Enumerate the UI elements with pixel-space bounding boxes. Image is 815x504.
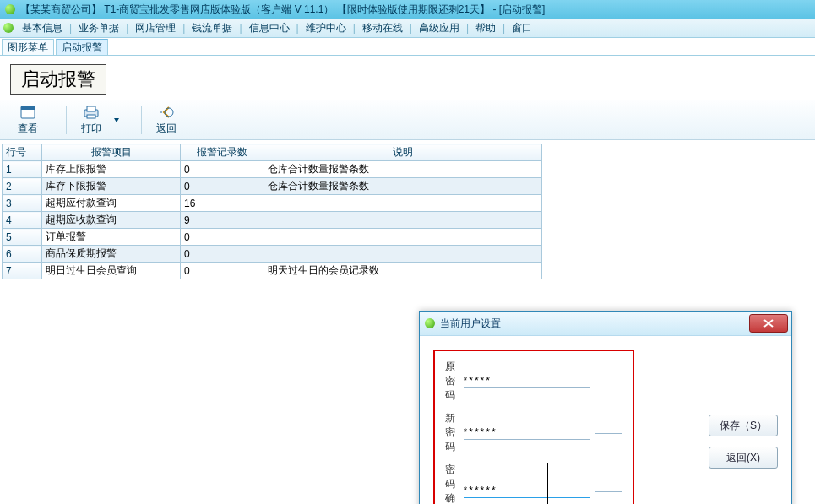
table-row[interactable]: 1库存上限报警0仓库合计数量报警条数 bbox=[3, 161, 542, 178]
cell-count[interactable]: 0 bbox=[181, 263, 264, 279]
table-row[interactable]: 3超期应付款查询16 bbox=[3, 195, 542, 212]
print-dropdown-arrow[interactable] bbox=[114, 118, 119, 122]
view-button[interactable]: 查看 bbox=[8, 103, 47, 137]
dialog-title: 当前用户设置 bbox=[440, 317, 501, 331]
cell-count[interactable]: 0 bbox=[181, 178, 264, 195]
password-form: 原密码 新密码 密码确认 bbox=[433, 350, 634, 504]
menu-cash[interactable]: 钱流单据 bbox=[188, 21, 236, 35]
table-row[interactable]: 7明日过生日会员查询0明天过生日的会员记录数 bbox=[3, 263, 542, 279]
toolbar: 查看 打印 返回 bbox=[0, 100, 815, 140]
menu-help[interactable]: 帮助 bbox=[472, 21, 499, 35]
cell-item[interactable]: 商品保质期报警 bbox=[42, 246, 181, 263]
cell-item[interactable]: 订单报警 bbox=[42, 229, 181, 246]
view-icon bbox=[19, 105, 36, 120]
menu-basic[interactable]: 基本信息 bbox=[19, 21, 66, 35]
menu-adv[interactable]: 高级应用 bbox=[416, 21, 463, 35]
back-label: 返回 bbox=[156, 122, 177, 136]
tab-alarm[interactable]: 启动报警 bbox=[56, 39, 108, 55]
print-label: 打印 bbox=[81, 122, 101, 136]
cell-count[interactable]: 16 bbox=[181, 195, 264, 212]
back-button[interactable]: 返回 bbox=[147, 103, 186, 137]
menubar-icon bbox=[3, 23, 14, 33]
menu-info[interactable]: 信息中心 bbox=[246, 21, 293, 35]
cell-item[interactable]: 库存下限报警 bbox=[42, 178, 181, 195]
close-icon bbox=[763, 319, 774, 328]
new-password-input[interactable] bbox=[464, 426, 590, 440]
svg-rect-1 bbox=[21, 106, 35, 110]
cell-desc[interactable] bbox=[264, 195, 542, 212]
cell-item[interactable]: 库存上限报警 bbox=[42, 161, 181, 178]
cell-count[interactable]: 9 bbox=[181, 212, 264, 229]
table-row[interactable]: 2库存下限报警0仓库合计数量报警条数 bbox=[3, 178, 542, 195]
menu-mobile[interactable]: 移动在线 bbox=[359, 21, 406, 35]
row-no: 4 bbox=[3, 212, 42, 229]
window-title: 【某某商贸公司】 T1-商贸宝批发零售网店版体验版（客户端 V 11.1） 【限… bbox=[20, 3, 545, 17]
menubar: 基本信息| 业务单据| 网店管理| 钱流单据| 信息中心| 维护中心| 移动在线… bbox=[0, 19, 815, 38]
view-label: 查看 bbox=[18, 122, 38, 136]
svg-rect-4 bbox=[87, 115, 95, 118]
print-icon bbox=[82, 105, 101, 120]
cell-count[interactable]: 0 bbox=[181, 229, 264, 246]
cell-desc[interactable]: 仓库合计数量报警条数 bbox=[264, 178, 542, 195]
cell-count[interactable]: 0 bbox=[181, 246, 264, 263]
window-titlebar: 【某某商贸公司】 T1-商贸宝批发零售网店版体验版（客户端 V 11.1） 【限… bbox=[0, 0, 815, 19]
cell-item[interactable]: 明日过生日会员查询 bbox=[42, 263, 181, 279]
col-desc[interactable]: 说明 bbox=[264, 144, 542, 161]
cell-desc[interactable]: 明天过生日的会员记录数 bbox=[264, 263, 542, 279]
old-password-label: 原密码 bbox=[445, 360, 464, 403]
new-password-label: 新密码 bbox=[445, 411, 464, 454]
row-no: 2 bbox=[3, 178, 42, 195]
dialog-close-button[interactable] bbox=[749, 314, 788, 333]
old-password-input[interactable] bbox=[464, 375, 590, 388]
app-icon bbox=[5, 4, 15, 14]
row-no: 6 bbox=[3, 246, 42, 263]
menu-window[interactable]: 窗口 bbox=[508, 21, 535, 35]
cell-desc[interactable] bbox=[264, 212, 542, 229]
toolbar-separator bbox=[66, 106, 67, 134]
row-no: 1 bbox=[3, 161, 42, 178]
table-row[interactable]: 6商品保质期报警0 bbox=[3, 246, 542, 263]
menu-biz[interactable]: 业务单据 bbox=[75, 21, 122, 35]
toolbar-separator bbox=[141, 106, 142, 134]
text-caret bbox=[547, 463, 548, 504]
table-row[interactable]: 4超期应收款查询9 bbox=[3, 212, 542, 229]
cell-desc[interactable] bbox=[264, 229, 542, 246]
cell-desc[interactable] bbox=[264, 246, 542, 263]
cell-count[interactable]: 0 bbox=[181, 161, 264, 178]
cell-item[interactable]: 超期应付款查询 bbox=[42, 195, 181, 212]
user-settings-dialog: 当前用户设置 原密码 新密码 密码确认 保存（S） bbox=[419, 311, 792, 504]
return-button[interactable]: 返回(X) bbox=[709, 447, 778, 469]
print-button[interactable]: 打印 bbox=[72, 103, 111, 137]
cell-item[interactable]: 超期应收款查询 bbox=[42, 212, 181, 229]
dialog-icon bbox=[425, 318, 435, 328]
back-icon bbox=[157, 105, 176, 120]
dialog-titlebar[interactable]: 当前用户设置 bbox=[420, 312, 791, 336]
alarm-table: 行号 报警项目 报警记录数 说明 1库存上限报警0仓库合计数量报警条数2库存下限… bbox=[2, 144, 542, 279]
row-no: 5 bbox=[3, 229, 42, 246]
confirm-password-label: 密码确认 bbox=[445, 463, 464, 504]
row-no: 7 bbox=[3, 263, 42, 279]
col-count[interactable]: 报警记录数 bbox=[181, 144, 264, 161]
cell-desc[interactable]: 仓库合计数量报警条数 bbox=[264, 161, 542, 178]
page-body: 启动报警 查看 打印 返回 行号 报警项目 报警记录数 说明 bbox=[0, 56, 815, 279]
confirm-password-input[interactable] bbox=[464, 485, 590, 498]
col-item[interactable]: 报警项目 bbox=[42, 144, 181, 161]
page-title: 启动报警 bbox=[10, 64, 106, 95]
row-no: 3 bbox=[3, 195, 42, 212]
table-row[interactable]: 5订单报警0 bbox=[3, 229, 542, 246]
menu-shop[interactable]: 网店管理 bbox=[132, 21, 179, 35]
svg-rect-3 bbox=[87, 106, 95, 111]
col-rowno[interactable]: 行号 bbox=[3, 144, 42, 161]
svg-point-5 bbox=[165, 108, 173, 117]
tab-graphic-menu[interactable]: 图形菜单 bbox=[2, 39, 54, 55]
save-button[interactable]: 保存（S） bbox=[709, 415, 778, 436]
tabbar: 图形菜单 启动报警 bbox=[0, 38, 815, 56]
menu-maint[interactable]: 维护中心 bbox=[302, 21, 350, 35]
